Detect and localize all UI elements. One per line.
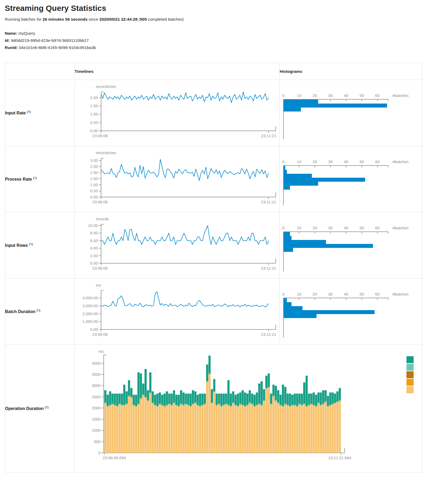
timelines-column-header: Timelines bbox=[75, 63, 280, 80]
svg-text:20: 20 bbox=[313, 292, 317, 296]
svg-text:0: 0 bbox=[98, 450, 101, 455]
svg-text:23:11:21: 23:11:21 bbox=[261, 133, 276, 138]
svg-text:0: 0 bbox=[282, 159, 284, 164]
svg-text:23:06:06: 23:06:06 bbox=[92, 332, 108, 337]
svg-text:0.50: 0.50 bbox=[90, 120, 98, 125]
svg-text:8.00: 8.00 bbox=[90, 231, 98, 235]
input-rows-help-icon[interactable]: (?) bbox=[29, 243, 33, 246]
svg-text:60: 60 bbox=[375, 292, 380, 296]
input-rows-histogram-chart: 0102030405060#batches bbox=[280, 212, 422, 275]
input-rate-help-icon[interactable]: (?) bbox=[27, 110, 31, 113]
svg-text:10.00: 10.00 bbox=[88, 223, 98, 228]
svg-text:40: 40 bbox=[344, 292, 348, 296]
svg-text:0.00: 0.00 bbox=[90, 261, 98, 265]
operation-duration-help-icon[interactable]: (?) bbox=[45, 406, 48, 409]
svg-text:30: 30 bbox=[328, 292, 333, 296]
paren-close: completed batches) bbox=[147, 17, 184, 21]
svg-text:50: 50 bbox=[360, 159, 364, 164]
svg-text:30: 30 bbox=[328, 159, 333, 164]
svg-text:23:06:06: 23:06:06 bbox=[92, 133, 108, 138]
svg-text:2.00: 2.00 bbox=[90, 170, 98, 175]
svg-text:23:11:21: 23:11:21 bbox=[261, 332, 276, 337]
process-rate-histogram-chart: 0102030405060#batches bbox=[280, 146, 422, 208]
svg-text:23:11:21: 23:11:21 bbox=[261, 266, 276, 270]
svg-text:3500: 3500 bbox=[92, 372, 101, 377]
corner-header-cell bbox=[5, 63, 75, 80]
svg-text:40: 40 bbox=[344, 226, 348, 230]
svg-text:3.00: 3.00 bbox=[90, 158, 98, 163]
query-id-label: Id: bbox=[5, 38, 10, 43]
process-rate-histogram-cell: 0102030405060#batches bbox=[280, 146, 422, 212]
histograms-column-header: Histograms bbox=[280, 63, 422, 80]
svg-text:20: 20 bbox=[313, 93, 317, 98]
svg-text:50: 50 bbox=[360, 226, 364, 230]
query-runid-value: 04e101e6-8bf8-4165-9099-9104c951ba3b bbox=[19, 45, 96, 50]
svg-text:1000: 1000 bbox=[92, 428, 101, 432]
table-header-row: Timelines Histograms bbox=[5, 63, 422, 80]
svg-text:#batches: #batches bbox=[392, 226, 409, 230]
svg-text:#batches: #batches bbox=[392, 159, 409, 164]
input-rate-timeline-chart: records/sec2.001.501.000.500.0023:06:062… bbox=[75, 80, 279, 142]
svg-text:1.50: 1.50 bbox=[90, 104, 98, 108]
page-title: Streaming Query Statistics bbox=[5, 4, 443, 13]
svg-text:records/sec: records/sec bbox=[96, 84, 116, 89]
batch-duration-help-icon[interactable]: (?) bbox=[37, 309, 40, 312]
svg-text:0: 0 bbox=[282, 226, 284, 230]
batch-duration-label: Batch Duration (?) bbox=[5, 279, 75, 345]
svg-text:records/sec: records/sec bbox=[96, 150, 116, 155]
query-id-value: 9d0dd219-995d-423e-b97d-36931110bb27 bbox=[11, 38, 89, 43]
svg-text:10: 10 bbox=[297, 159, 301, 164]
svg-text:#batches: #batches bbox=[392, 292, 409, 296]
process-rate-label: Process Rate (?) bbox=[5, 146, 75, 212]
process-rate-help-icon[interactable]: (?) bbox=[33, 176, 37, 180]
since-text: since bbox=[88, 17, 99, 21]
svg-text:2,000.00: 2,000.00 bbox=[83, 311, 98, 316]
svg-text:3,000.00: 3,000.00 bbox=[83, 304, 98, 308]
input-rate-label: Input Rate (?) bbox=[5, 80, 75, 146]
svg-text:4.00: 4.00 bbox=[90, 246, 98, 250]
query-name-line: Name: myQuery bbox=[5, 30, 443, 37]
svg-text:23:06:06: 23:06:06 bbox=[92, 266, 108, 270]
svg-text:0.00: 0.00 bbox=[90, 195, 98, 199]
batch-duration-row: Batch Duration (?) ms4,000.003,000.002,0… bbox=[5, 279, 422, 345]
svg-text:10: 10 bbox=[297, 93, 301, 98]
svg-text:0: 0 bbox=[282, 93, 284, 98]
query-id-line: Id: 9d0dd219-995d-423e-b97d-36931110bb27 bbox=[5, 37, 443, 44]
process-rate-timeline-chart: records/sec3.002.502.001.501.000.500.002… bbox=[75, 146, 279, 208]
query-runid-line: RunId: 04e101e6-8bf8-4165-9099-9104c951b… bbox=[5, 44, 443, 51]
svg-text:23:11:21.864: 23:11:21.864 bbox=[328, 456, 351, 460]
query-runid-label: RunId: bbox=[5, 45, 18, 50]
svg-text:1.50: 1.50 bbox=[90, 176, 98, 181]
svg-text:1,000.00: 1,000.00 bbox=[83, 319, 98, 324]
svg-text:records: records bbox=[96, 217, 109, 221]
input-rate-row: Input Rate (?) records/sec2.001.501.000.… bbox=[5, 80, 422, 146]
batch-duration-histogram-chart: 0102030405060#batches bbox=[280, 279, 422, 341]
query-info: Name: myQuery Id: 9d0dd219-995d-423e-b97… bbox=[5, 30, 443, 51]
svg-text:2000: 2000 bbox=[92, 406, 101, 410]
svg-text:10: 10 bbox=[297, 292, 301, 296]
svg-text:6.00: 6.00 bbox=[90, 238, 98, 243]
svg-text:60: 60 bbox=[375, 159, 380, 164]
svg-text:50: 50 bbox=[360, 93, 364, 98]
input-rows-row: Input Rows (?) records10.008.006.004.002… bbox=[5, 212, 422, 279]
running-duration: 26 minutes 56 seconds bbox=[43, 17, 88, 21]
input-rows-label: Input Rows (?) bbox=[5, 212, 75, 279]
input-rate-timeline-cell: records/sec2.001.501.000.500.0023:06:062… bbox=[75, 80, 280, 146]
svg-text:2.00: 2.00 bbox=[90, 253, 98, 258]
svg-text:30: 30 bbox=[328, 226, 333, 230]
svg-text:50: 50 bbox=[360, 292, 364, 296]
svg-text:2500: 2500 bbox=[92, 395, 101, 399]
svg-text:ms: ms bbox=[96, 283, 101, 287]
svg-text:0.00: 0.00 bbox=[90, 128, 98, 133]
input-rows-timeline-cell: records10.008.006.004.002.000.0023:06:06… bbox=[75, 212, 280, 279]
svg-text:500: 500 bbox=[94, 439, 101, 444]
svg-text:40: 40 bbox=[344, 159, 348, 164]
svg-text:0.00: 0.00 bbox=[90, 327, 98, 332]
svg-text:4,000.00: 4,000.00 bbox=[83, 296, 98, 300]
svg-text:1.00: 1.00 bbox=[90, 112, 98, 116]
statistics-table: Timelines Histograms Input Rate (?) reco… bbox=[5, 63, 422, 472]
completed-batches-count: 505 bbox=[140, 17, 147, 21]
svg-text:2.50: 2.50 bbox=[90, 164, 98, 169]
streaming-statistics-page: Streaming Query Statistics Running batch… bbox=[0, 4, 448, 472]
operation-duration-chart: ms4000350030002500200015001000500023:06:… bbox=[75, 345, 422, 469]
